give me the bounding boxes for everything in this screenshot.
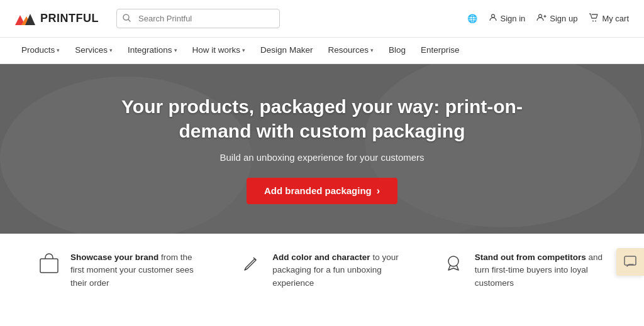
svg-point-5 — [491, 14, 494, 18]
nav-item-integrations[interactable]: Integrations ▾ — [121, 38, 184, 63]
nav-label-enterprise: Enterprise — [421, 45, 460, 55]
nav-label-design-maker: Design Maker — [260, 45, 313, 55]
chat-icon — [623, 255, 637, 269]
chevron-down-icon: ▾ — [109, 47, 113, 53]
nav-item-enterprise[interactable]: Enterprise — [414, 38, 466, 63]
feature-bold-2: Add color and character — [272, 253, 370, 262]
chevron-down-icon: ▾ — [370, 47, 374, 53]
hero-title: Your products, packaged your way: print-… — [114, 94, 530, 143]
nav-item-products[interactable]: Products ▾ — [15, 38, 66, 63]
feature-item-2: Add color and character to your packagin… — [240, 251, 404, 290]
chevron-down-icon: ▾ — [174, 47, 177, 53]
svg-point-10 — [595, 21, 596, 22]
svg-point-6 — [539, 14, 542, 18]
nav-item-design-maker[interactable]: Design Maker — [254, 38, 319, 63]
cart-label: My cart — [602, 14, 629, 23]
features-bar: Showcase your brand from the first momen… — [0, 234, 644, 307]
logo-icon — [15, 11, 35, 26]
chevron-down-icon: ▾ — [242, 47, 245, 53]
nav-item-blog[interactable]: Blog — [382, 38, 412, 63]
header-actions: 🌐 Sign in Sign up — [467, 13, 629, 24]
nav-label-how-it-works: How it works — [192, 45, 241, 55]
logo[interactable]: PRINTFUL — [15, 11, 99, 26]
search-icon — [123, 14, 131, 24]
nav-label-integrations: Integrations — [128, 45, 172, 55]
hero-subtitle: Build an unboxing experience for your cu… — [114, 152, 530, 163]
medal-icon — [442, 253, 465, 280]
feature-bold-1: Showcase your brand — [70, 253, 158, 262]
hero-section: Your products, packaged your way: print-… — [0, 64, 644, 234]
feature-bold-3: Stand out from competitors — [475, 253, 586, 262]
hero-content: Your products, packaged your way: print-… — [102, 94, 542, 204]
nav-label-services: Services — [75, 45, 108, 55]
hero-cta-label: Add branded packaging — [264, 185, 372, 196]
cart-link[interactable]: My cart — [589, 13, 629, 24]
logo-text: PRINTFUL — [40, 12, 99, 25]
signup-link[interactable]: Sign up — [536, 13, 577, 24]
feature-item-1: Showcase your brand from the first momen… — [38, 251, 202, 290]
hero-cta-button[interactable]: Add branded packaging › — [247, 178, 397, 204]
svg-rect-11 — [40, 259, 58, 273]
feature-text-2: Add color and character to your packagin… — [272, 251, 404, 290]
feature-text-1: Showcase your brand from the first momen… — [70, 251, 202, 290]
chat-widget[interactable] — [616, 248, 644, 276]
nav-label-products: Products — [21, 45, 55, 55]
nav-label-blog: Blog — [389, 45, 406, 55]
main-nav: Products ▾ Services ▾ Integrations ▾ How… — [0, 38, 644, 64]
language-selector[interactable]: 🌐 — [467, 14, 477, 23]
pen-icon — [240, 253, 262, 280]
bag-icon — [38, 253, 60, 280]
svg-point-12 — [448, 256, 458, 266]
feature-text-3: Stand out from competitors and turn firs… — [475, 251, 606, 290]
nav-item-services[interactable]: Services ▾ — [69, 38, 119, 63]
feature-item-3: Stand out from competitors and turn firs… — [442, 251, 606, 290]
nav-item-how-it-works[interactable]: How it works ▾ — [186, 38, 252, 63]
hero-cta-arrow: › — [377, 185, 380, 197]
signup-icon — [536, 13, 547, 24]
search-bar — [116, 9, 280, 28]
chevron-down-icon: ▾ — [57, 47, 60, 53]
signin-link[interactable]: Sign in — [489, 13, 526, 24]
signup-label: Sign up — [550, 14, 577, 23]
nav-item-resources[interactable]: Resources ▾ — [321, 38, 380, 63]
cart-icon — [589, 13, 599, 24]
svg-line-4 — [128, 19, 130, 21]
globe-icon: 🌐 — [467, 14, 477, 23]
user-icon — [489, 13, 497, 24]
search-input[interactable] — [116, 9, 280, 28]
svg-point-9 — [592, 21, 594, 22]
signin-label: Sign in — [501, 14, 526, 23]
header: PRINTFUL 🌐 Sign in — [0, 0, 644, 38]
nav-label-resources: Resources — [328, 45, 369, 55]
svg-rect-13 — [625, 256, 636, 265]
